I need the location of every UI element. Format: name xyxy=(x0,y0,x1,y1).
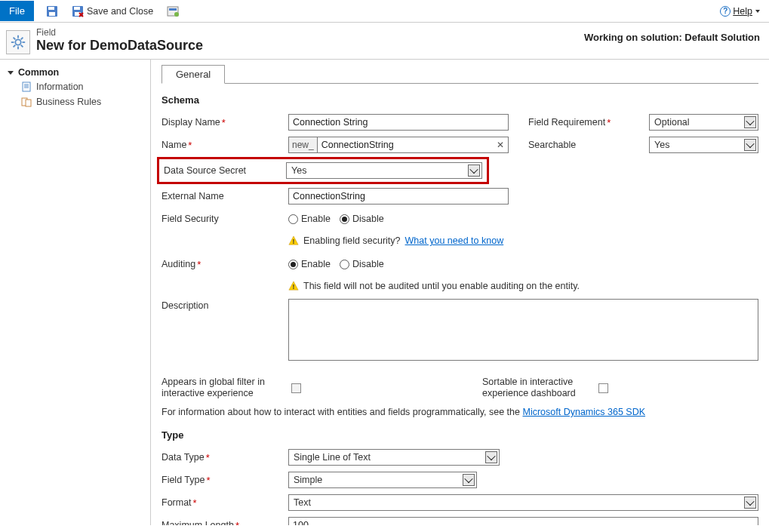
help-menu[interactable]: ? Help xyxy=(720,6,760,17)
svg-rect-25 xyxy=(26,100,31,106)
external-name-input[interactable] xyxy=(288,188,509,204)
chevron-down-icon xyxy=(744,497,756,509)
chevron-down-icon xyxy=(744,139,756,151)
format-select[interactable]: Text xyxy=(288,494,758,511)
data-source-secret-select[interactable]: Yes xyxy=(286,162,482,179)
auditing-disable-radio[interactable]: Disable xyxy=(340,259,384,269)
gear-icon xyxy=(10,34,26,51)
rules-icon xyxy=(21,97,32,107)
chevron-down-icon xyxy=(463,474,475,486)
section-type: Type xyxy=(161,429,758,441)
svg-line-17 xyxy=(21,45,23,48)
label-field-security: Field Security xyxy=(161,214,288,224)
save-and-close-button[interactable]: Save and Close xyxy=(67,2,158,20)
sortable-checkbox[interactable] xyxy=(598,383,608,393)
help-label: Help xyxy=(733,6,752,17)
label-field-type: Field Type* xyxy=(161,475,288,486)
max-length-input[interactable] xyxy=(288,517,758,525)
display-name-input[interactable] xyxy=(288,114,509,131)
save-button[interactable] xyxy=(42,2,63,20)
svg-rect-20 xyxy=(23,82,30,91)
svg-rect-2 xyxy=(49,12,55,16)
chevron-down-icon xyxy=(744,116,756,128)
solution-context: Working on solution: Default Solution xyxy=(584,29,760,43)
chevron-down-icon xyxy=(755,10,760,13)
data-type-select[interactable]: Single Line of Text xyxy=(288,449,500,466)
secondary-toolbar-button[interactable] xyxy=(162,2,183,20)
warning-icon: ! xyxy=(288,281,299,291)
help-icon: ? xyxy=(720,6,731,17)
nav-group-common[interactable]: Common xyxy=(0,66,150,79)
chevron-down-icon xyxy=(485,451,497,463)
save-and-close-label: Save and Close xyxy=(87,6,153,17)
label-name: Name* xyxy=(161,140,288,151)
svg-line-18 xyxy=(14,45,16,48)
field-security-link[interactable]: What you need to know xyxy=(405,235,504,246)
name-input[interactable] xyxy=(317,137,509,153)
field-security-disable-radio[interactable]: Disable xyxy=(340,214,384,224)
nav-item-label: Business Rules xyxy=(36,97,101,107)
file-button[interactable]: File xyxy=(0,1,34,21)
nav-item-business-rules[interactable]: Business Rules xyxy=(0,94,150,109)
label-field-requirement: Field Requirement* xyxy=(528,117,649,128)
auditing-enable-radio[interactable]: Enable xyxy=(288,259,331,269)
form-icon xyxy=(167,5,179,17)
page-title: New for DemoDataSource xyxy=(36,38,203,54)
clear-icon[interactable]: ✕ xyxy=(497,140,504,150)
diskette-icon xyxy=(46,5,58,17)
field-security-warning: ! Enabling field security? What you need… xyxy=(288,235,758,246)
svg-line-19 xyxy=(21,38,23,40)
svg-point-11 xyxy=(15,39,20,45)
label-format: Format* xyxy=(161,497,288,509)
warning-icon: ! xyxy=(288,235,299,246)
toolbar: File Save and Close ? Help xyxy=(0,0,769,23)
name-prefix: new_ xyxy=(288,137,317,153)
page-header: Field New for DemoDataSource Working on … xyxy=(0,23,769,60)
label-sortable: Sortable in interactive experience dashb… xyxy=(482,377,595,399)
description-textarea[interactable] xyxy=(288,299,758,361)
sdk-link[interactable]: Microsoft Dynamics 365 SDK xyxy=(522,407,645,417)
field-security-enable-radio[interactable]: Enable xyxy=(288,214,331,224)
searchable-select[interactable]: Yes xyxy=(649,137,758,153)
tabbar: General xyxy=(161,64,758,84)
svg-line-16 xyxy=(14,38,16,40)
nav-item-label: Information xyxy=(36,81,84,92)
global-filter-checkbox[interactable] xyxy=(291,383,301,393)
main-layout: Common Information Business Rules Genera… xyxy=(0,60,769,525)
field-type-select[interactable]: Simple xyxy=(288,472,477,488)
svg-rect-4 xyxy=(74,7,80,10)
content-area: General Schema Display Name* Field Requi… xyxy=(151,60,769,525)
label-external-name: External Name xyxy=(161,191,288,201)
svg-text:!: ! xyxy=(293,283,295,291)
label-description: Description xyxy=(161,299,288,311)
label-searchable: Searchable xyxy=(528,140,649,150)
svg-text:!: ! xyxy=(293,238,295,245)
nav-item-information[interactable]: Information xyxy=(0,79,150,94)
sdk-info: For information about how to interact wi… xyxy=(161,407,758,417)
label-global-filter: Appears in global filter in interactive … xyxy=(161,377,288,399)
auditing-warning: ! This field will not be audited until y… xyxy=(288,281,758,291)
svg-point-10 xyxy=(174,12,179,17)
document-icon xyxy=(21,81,32,92)
field-requirement-select[interactable]: Optional xyxy=(649,114,758,131)
svg-rect-9 xyxy=(169,8,177,11)
label-max-length: Maximum Length* xyxy=(161,520,288,526)
data-source-secret-row: Data Source Secret Yes xyxy=(157,157,489,184)
side-nav: Common Information Business Rules xyxy=(0,60,151,525)
label-auditing: Auditing* xyxy=(161,259,288,270)
section-schema: Schema xyxy=(161,94,758,106)
label-display-name: Display Name* xyxy=(161,117,288,128)
diskette-x-icon xyxy=(72,5,84,17)
tab-general[interactable]: General xyxy=(161,65,225,84)
collapse-icon xyxy=(8,71,14,75)
header-eyebrow: Field xyxy=(36,27,203,38)
label-data-type: Data Type* xyxy=(161,452,288,463)
svg-rect-1 xyxy=(48,7,54,10)
label-data-source-secret: Data Source Secret xyxy=(164,165,286,176)
chevron-down-icon xyxy=(468,165,480,177)
entity-icon xyxy=(6,30,30,54)
